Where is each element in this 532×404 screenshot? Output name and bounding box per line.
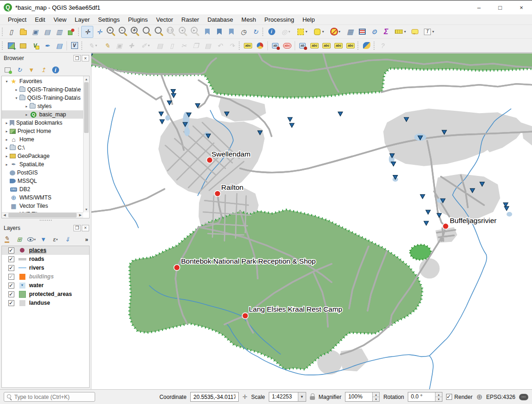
menu-project[interactable]: Project: [4, 15, 30, 24]
change-label[interactable]: abc: [345, 40, 357, 52]
help-contents[interactable]: ?: [377, 40, 389, 52]
add-point-feature[interactable]: ✚: [125, 40, 137, 52]
browser-item-postgis[interactable]: PostGIS: [2, 169, 83, 177]
browser-item-training-data-e[interactable]: ▸ QGIS-Training-Data\e: [2, 85, 83, 94]
extents-toggle-icon[interactable]: ✛: [242, 394, 248, 400]
layer-landuse[interactable]: landuse: [2, 299, 89, 308]
browser-vertical-scrollbar[interactable]: ▲ ▼: [83, 76, 89, 212]
layer-rivers-checkbox[interactable]: [8, 265, 14, 271]
filter-legend[interactable]: ▼: [38, 235, 49, 245]
zoom-out[interactable]: −: [117, 26, 129, 38]
browser-horizontal-scrollbar[interactable]: ◀ ▶: [2, 212, 83, 218]
browser-item-spatialite[interactable]: ▸ SpatiaLite: [2, 160, 83, 169]
select-features[interactable]: [294, 26, 311, 38]
new-project[interactable]: ▯: [5, 26, 17, 38]
layer-roads[interactable]: roads: [2, 255, 89, 264]
show-spatial-bookmarks[interactable]: [213, 26, 225, 38]
delete-selected[interactable]: ▯: [166, 40, 178, 52]
browser-item-training-data-s[interactable]: ▾ QGIS-Training-Data\s: [2, 94, 83, 102]
minimize-button[interactable]: –: [468, 0, 490, 14]
layers-close-button[interactable]: ×: [82, 225, 89, 231]
manage-map-themes[interactable]: [26, 235, 37, 245]
browser-item-favorites[interactable]: ▾ Favorites: [2, 77, 83, 85]
coordinate-input[interactable]: [193, 394, 236, 400]
browser-collapse-all[interactable]: ↥: [38, 65, 49, 75]
layer-places[interactable]: places: [2, 246, 89, 255]
move-label[interactable]: abc: [320, 40, 332, 52]
new-temporary-scratch-layer[interactable]: ▤: [53, 40, 65, 52]
browser-item-spatial-bookmarks[interactable]: ▸ Spatial Bookmarks: [2, 119, 83, 127]
temporal-controller[interactable]: ◷: [237, 26, 249, 38]
browser-item-styles[interactable]: ▸ styles: [2, 102, 83, 110]
toggle-editing[interactable]: ✎: [101, 40, 113, 52]
render-checkbox[interactable]: [446, 394, 452, 400]
magnifier-spin-arrows[interactable]: ▲▼: [372, 392, 379, 401]
magnifier-spinbox[interactable]: 100% ▲▼: [345, 392, 380, 402]
menu-raster[interactable]: Raster: [177, 15, 203, 24]
new-spatial-bookmark[interactable]: [201, 26, 213, 38]
layer-places-checkbox[interactable]: [8, 247, 14, 253]
browser-item-c-drive[interactable]: ▸ C:\: [2, 144, 83, 152]
maximize-button[interactable]: □: [490, 0, 511, 14]
browser-add-selected-layers[interactable]: [2, 65, 13, 75]
highlight-pinned-labels[interactable]: ab: [269, 40, 281, 52]
pan-map[interactable]: ✛: [81, 26, 93, 38]
toggle-unplaced-labels[interactable]: abc: [281, 40, 293, 52]
menu-database[interactable]: Database: [203, 15, 237, 24]
menu-processing[interactable]: Processing: [260, 15, 298, 24]
browser-filter[interactable]: ▼: [26, 65, 37, 75]
layer-roads-checkbox[interactable]: [8, 256, 14, 262]
run-feature-action[interactable]: ◎: [278, 26, 294, 38]
menu-vector[interactable]: Vector: [152, 15, 177, 24]
layers-toolbar-overflow[interactable]: »: [85, 236, 88, 243]
scale-lock-icon[interactable]: [310, 396, 315, 400]
scroll-thumb[interactable]: [84, 82, 89, 133]
locator-input[interactable]: [14, 394, 84, 400]
options-gear[interactable]: ⚙: [368, 26, 380, 38]
layer-water[interactable]: water: [2, 281, 89, 290]
layer-water-checkbox[interactable]: [8, 283, 14, 289]
vertex-tool[interactable]: ✐: [137, 40, 154, 52]
zoom-last[interactable]: ◂: [177, 26, 189, 38]
layers-float-button[interactable]: ❐: [73, 225, 81, 231]
zoom-full-extent[interactable]: ✛: [129, 26, 141, 38]
browser-item-home[interactable]: ▸ Home: [2, 135, 83, 144]
browser-item-db2[interactable]: DB2: [2, 185, 83, 193]
cut-features[interactable]: ✂: [178, 40, 190, 52]
modify-attributes[interactable]: ▤: [154, 40, 166, 52]
show-bookmark-manager[interactable]: [225, 26, 237, 38]
browser-close-button[interactable]: ×: [82, 55, 89, 61]
browser-item-project-home[interactable]: ▸ Project Home: [2, 127, 83, 135]
copy-features[interactable]: ❐: [190, 40, 202, 52]
layer-labeling-options[interactable]: abc: [242, 40, 254, 52]
layer-protected-areas[interactable]: protected_areas: [2, 290, 89, 299]
locator-box[interactable]: [4, 392, 95, 402]
browser-item-vector-tiles[interactable]: Vector Tiles: [2, 202, 83, 210]
pin-unpin-labels[interactable]: ab: [296, 40, 308, 52]
browser-refresh[interactable]: ↻: [14, 65, 25, 75]
refresh-map[interactable]: ↻: [249, 26, 261, 38]
panel-splitter[interactable]: [0, 218, 91, 223]
new-geopackage-layer[interactable]: [17, 40, 29, 52]
open-project[interactable]: [17, 26, 29, 38]
layer-buildings-checkbox[interactable]: [8, 274, 14, 280]
scroll-left-arrow[interactable]: ◀: [2, 213, 7, 217]
browser-item-basic-map[interactable]: ▸ basic_map: [2, 110, 83, 119]
new-print-layout[interactable]: ▤: [41, 26, 53, 38]
crs-value[interactable]: EPSG:4326: [486, 394, 515, 400]
menu-settings[interactable]: Settings: [94, 15, 124, 24]
layer-landuse-checkbox[interactable]: [8, 300, 14, 306]
collapse-all-layers[interactable]: ⇓: [62, 235, 73, 245]
zoom-to-layer[interactable]: [153, 26, 165, 38]
save-project[interactable]: ▣: [29, 26, 41, 38]
scroll-down-arrow[interactable]: ▼: [84, 207, 89, 212]
show-hide-labels[interactable]: abc: [308, 40, 320, 52]
paste-features[interactable]: ▤: [202, 40, 214, 52]
new-shapefile-layer[interactable]: V: [29, 40, 41, 52]
scale-dropdown-arrow[interactable]: ▼: [298, 392, 306, 401]
zoom-native-resolution[interactable]: 1:1: [165, 26, 177, 38]
open-layer-styling-panel[interactable]: [2, 235, 13, 245]
deselect-features[interactable]: [327, 26, 344, 38]
data-source-manager[interactable]: [5, 40, 17, 52]
menu-plugins[interactable]: Plugins: [124, 15, 152, 24]
